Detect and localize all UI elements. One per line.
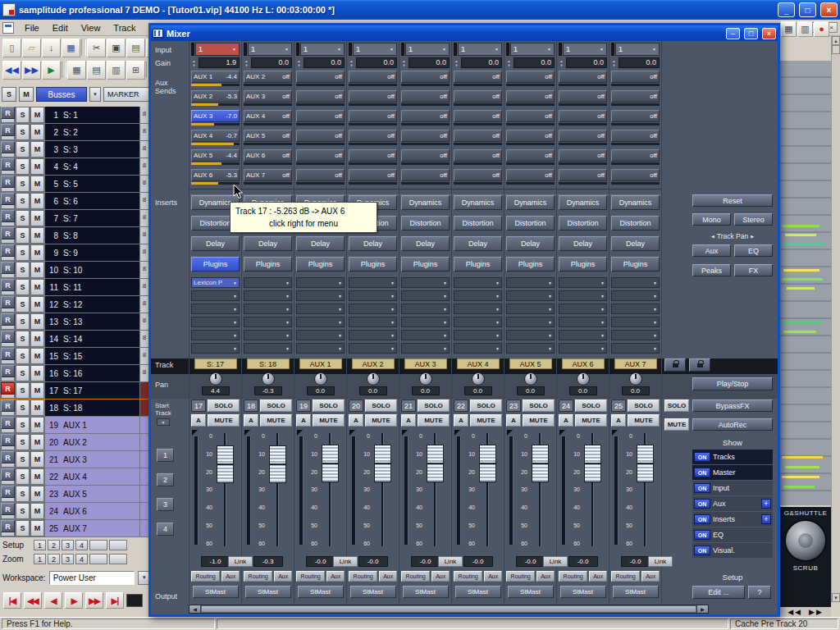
track-name[interactable]: 5 S: 5 [45,176,139,192]
start-track-spinner[interactable]: ▼ [157,418,170,426]
play-icon[interactable]: ▶ [42,61,61,80]
insert-delay-button[interactable]: Delay [401,236,450,251]
plugin-slot[interactable]: ▼ [611,330,660,340]
on-toggle[interactable]: ON [694,452,710,462]
plugin-slot[interactable]: ▼ [349,277,397,288]
save-icon[interactable]: ▦ [62,39,80,57]
aux-send-button[interactable]: off [401,71,450,83]
aux-routing-button[interactable]: Aux [431,571,450,582]
track-record-button[interactable]: R [1,244,15,257]
plugin-slot[interactable]: ▼ [296,277,345,288]
show-row[interactable]: ON Aux + [692,496,773,511]
new-file-icon[interactable]: ▯ [2,39,21,57]
mute-button[interactable]: MUTE [523,414,555,427]
plugin-slot[interactable]: ▼ [349,330,397,340]
routing-button[interactable]: Routing [191,571,220,582]
input-selector[interactable]: 1 ▼ [405,43,450,56]
solo-button[interactable]: SOLO [418,399,450,412]
track-name[interactable]: 22 AUX 4 [45,468,139,485]
aux-send-button[interactable]: off [559,149,607,162]
routing-button[interactable]: Routing [401,571,430,582]
automation-button[interactable]: A [611,414,626,427]
pan-value[interactable]: 0.0 [359,386,387,395]
aux-routing-button[interactable]: Aux [484,571,502,582]
automation-button[interactable]: A [244,414,258,427]
aux-routing-button[interactable]: Aux [274,571,292,582]
input-mode-toggle[interactable] [454,43,457,56]
input-selector[interactable]: 1 ▼ [510,43,555,56]
setup-preset-button[interactable]: 1 [34,540,46,550]
insert-dynamics-button[interactable]: Dynamics [559,195,607,210]
track-mute-button[interactable]: M [30,399,44,416]
track-mute-button[interactable]: M [30,520,44,536]
track-record-button[interactable]: R [1,331,15,343]
aux-send-button[interactable]: AUX 4 -0.7 [191,130,240,142]
input-selector[interactable]: 1 ▼ [458,43,502,56]
track-solo-button[interactable]: S [16,244,30,261]
aux-send-button[interactable]: off [296,130,345,142]
automation-button[interactable]: A [506,414,521,427]
input-mode-toggle[interactable] [401,43,404,56]
aux-send-button[interactable]: off [506,169,555,181]
fader-handle[interactable] [479,445,496,482]
insert-plugins-button[interactable]: Plugins [349,257,397,272]
track-mute-button[interactable]: M [30,107,44,123]
link-button[interactable]: Link [438,556,463,567]
pan-knob[interactable] [367,372,380,386]
plugin-slot[interactable]: ▼ [559,277,607,288]
track-record-button[interactable]: R [1,434,15,446]
insert-dynamics-button[interactable]: Dynamics [611,195,660,210]
forward-icon[interactable]: ▶▶ [22,61,41,80]
zoom-preset-button[interactable]: 4 [75,554,88,564]
track-record-button[interactable]: R [1,520,15,532]
track-record-button[interactable]: R [1,365,15,377]
gain-value[interactable]: 0.0 [356,57,397,68]
aux-send-button[interactable]: off [506,149,555,162]
input-selector[interactable]: 1 ▼ [615,43,660,56]
mute-button[interactable]: MUTE [365,414,397,427]
setup-preset-button[interactable]: 2 [48,540,60,550]
plugin-slot[interactable]: ▼ [244,343,292,354]
track-solo-button[interactable]: S [16,468,30,485]
track-solo-button[interactable]: S [16,262,30,278]
aux-send-button[interactable]: off [454,169,502,181]
pan-knob[interactable] [419,372,432,386]
track-record-button[interactable]: R [1,262,15,274]
plugin-slot[interactable]: ▼ [401,317,450,327]
track-mute-button[interactable]: M [30,124,44,140]
zoom-preset-button[interactable]: 3 [62,554,74,564]
on-toggle[interactable]: ON [694,483,710,493]
track-name[interactable]: 13 S: 13 [45,313,139,330]
fader-handle[interactable] [374,445,391,482]
track-mute-button[interactable]: M [30,193,44,209]
aux-send-button[interactable]: off [349,149,397,162]
gain-spinner[interactable]: ▲▼ [401,57,407,68]
track-record-button[interactable]: R [1,227,15,240]
strip-track-label[interactable]: S: 17 [194,358,237,369]
plugin-slot[interactable]: ▼ [559,290,607,301]
track-solo-button[interactable]: S [16,399,30,416]
track-record-button[interactable]: R [1,176,15,188]
track-solo-button[interactable]: S [16,279,30,295]
track-record-button[interactable]: R [1,486,15,498]
plugin-slot[interactable]: ▼ [506,304,555,314]
mute-button[interactable]: MUTE [418,414,450,427]
minimize-button[interactable]: _ [778,2,795,17]
track-mute-button[interactable]: M [30,227,44,244]
aux-send-button[interactable]: off [611,169,660,181]
plugin-slot[interactable]: ▼ [506,343,555,354]
output-selector[interactable]: StMast [613,586,659,598]
track-name[interactable]: 21 AUX 3 [45,451,139,468]
input-mode-toggle[interactable] [296,43,299,56]
bank-button[interactable]: 1 [157,449,174,462]
track-solo-button[interactable]: S [16,193,30,209]
fader-handle[interactable] [322,445,339,482]
plugin-slot[interactable]: ▼ [191,343,240,354]
shuttle-left-icon[interactable]: ◀◀ [788,608,802,616]
track-solo-button[interactable]: S [16,158,30,175]
solo-button[interactable]: SOLO [260,399,292,412]
plugin-slot[interactable]: ▼ [349,304,397,314]
track-mute-button[interactable]: M [30,468,44,485]
aux-send-button[interactable]: off [296,149,345,162]
zoom-preset-button[interactable]: 2 [48,554,60,564]
